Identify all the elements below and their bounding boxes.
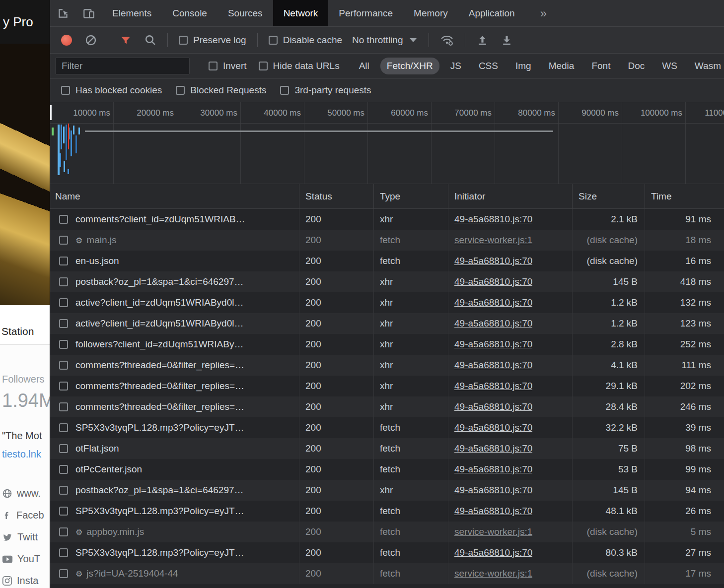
device-toolbar-icon[interactable] bbox=[76, 0, 102, 26]
invert-checkbox[interactable]: Invert bbox=[209, 61, 247, 71]
filter-type-css[interactable]: CSS bbox=[472, 58, 505, 74]
column-header-type[interactable]: Type bbox=[373, 184, 448, 208]
row-checkbox[interactable] bbox=[59, 548, 68, 557]
filter-input[interactable] bbox=[55, 58, 190, 74]
table-row[interactable]: postback?oz_pl=1&spa=1&ci=646297…200xhr4… bbox=[50, 480, 724, 501]
filter-type-font[interactable]: Font bbox=[585, 58, 617, 74]
import-har-icon[interactable] bbox=[470, 34, 495, 46]
export-har-icon[interactable] bbox=[495, 34, 519, 46]
row-checkbox[interactable] bbox=[59, 382, 68, 391]
table-row[interactable]: active?client_id=zdUqm51WRIAByd0l…200xhr… bbox=[50, 292, 724, 313]
initiator-link[interactable]: service-worker.js:1 bbox=[454, 235, 532, 246]
row-checkbox[interactable] bbox=[59, 298, 68, 307]
table-row[interactable]: postback?oz_pl=1&spa=1&ci=646297…200xhr4… bbox=[50, 271, 724, 292]
table-row[interactable]: SP5X3v3tyqPL.128.mp3?Policy=eyJT…200fetc… bbox=[50, 417, 724, 438]
initiator-link[interactable]: 49-a5a68810.js:70 bbox=[454, 464, 532, 475]
checkbox-box[interactable] bbox=[176, 86, 185, 95]
initiator-link[interactable]: service-worker.js:1 bbox=[454, 568, 532, 579]
initiator-link[interactable]: 49-a5a68810.js:70 bbox=[454, 339, 532, 350]
row-checkbox[interactable] bbox=[59, 402, 68, 411]
initiator-link[interactable]: 49-a5a68810.js:70 bbox=[454, 360, 532, 371]
row-checkbox[interactable] bbox=[59, 569, 68, 578]
table-row[interactable]: ⚙appboy.min.js200fetchservice-worker.js:… bbox=[50, 522, 724, 542]
blocked-requests-checkbox[interactable]: Blocked Requests bbox=[176, 85, 266, 96]
row-checkbox[interactable] bbox=[59, 486, 68, 495]
initiator-link[interactable]: 49-a5a68810.js:70 bbox=[454, 318, 532, 329]
external-link[interactable]: tiesto.lnk bbox=[2, 449, 50, 460]
checkbox-box[interactable] bbox=[259, 62, 268, 70]
table-row[interactable]: comments?threaded=0&filter_replies=…200x… bbox=[50, 376, 724, 396]
record-button[interactable] bbox=[61, 35, 72, 46]
tab-performance[interactable]: Performance bbox=[328, 0, 403, 26]
table-row[interactable]: followers?client_id=zdUqm51WRIABy…200xhr… bbox=[50, 334, 724, 355]
instagram-link[interactable]: Insta bbox=[2, 575, 50, 587]
table-row[interactable]: en-us.json200fetch49-a5a68810.js:70(disk… bbox=[50, 251, 724, 271]
throttling-select[interactable]: No throttling bbox=[352, 35, 417, 46]
disable-cache-checkbox[interactable]: Disable cache bbox=[269, 35, 342, 46]
checkbox-box[interactable] bbox=[61, 86, 70, 95]
has-blocked-cookies-checkbox[interactable]: Has blocked cookies bbox=[61, 85, 162, 96]
initiator-link[interactable]: 49-a5a68810.js:70 bbox=[454, 276, 532, 287]
tab-console[interactable]: Console bbox=[162, 0, 217, 26]
website-link[interactable]: www. bbox=[2, 488, 50, 499]
checkbox-box[interactable] bbox=[179, 36, 188, 45]
tab-application[interactable]: Application bbox=[458, 0, 525, 26]
table-row[interactable]: otFlat.json200fetch49-a5a68810.js:7075 B… bbox=[50, 438, 724, 459]
column-header-status[interactable]: Status bbox=[299, 184, 373, 208]
filter-type-media[interactable]: Media bbox=[542, 58, 581, 74]
preserve-log-checkbox[interactable]: Preserve log bbox=[179, 35, 246, 46]
initiator-link[interactable]: 49-a5a68810.js:70 bbox=[454, 297, 532, 308]
row-checkbox[interactable] bbox=[59, 277, 68, 286]
table-row[interactable]: otPcCenter.json200fetch49-a5a68810.js:70… bbox=[50, 459, 724, 480]
table-row[interactable]: comments?threaded=0&filter_replies=…200x… bbox=[50, 396, 724, 417]
column-header-time[interactable]: Time bbox=[645, 184, 724, 208]
initiator-link[interactable]: 49-a5a68810.js:70 bbox=[454, 443, 532, 454]
filter-type-doc[interactable]: Doc bbox=[621, 58, 651, 74]
row-checkbox[interactable] bbox=[59, 465, 68, 474]
row-checkbox[interactable] bbox=[59, 444, 68, 453]
column-header-size[interactable]: Size bbox=[572, 184, 645, 208]
row-checkbox[interactable] bbox=[59, 423, 68, 432]
initiator-link[interactable]: 49-a5a68810.js:70 bbox=[454, 401, 532, 412]
initiator-link[interactable]: 49-a5a68810.js:70 bbox=[454, 506, 532, 517]
table-row[interactable]: ⚙main.js200fetchservice-worker.js:1(disk… bbox=[50, 230, 724, 251]
row-checkbox[interactable] bbox=[59, 340, 68, 349]
network-overview[interactable]: 10000 ms 20000 ms 30000 ms 40000 ms 5000… bbox=[50, 102, 724, 184]
filter-type-js[interactable]: JS bbox=[444, 58, 468, 74]
filter-type-fetch-xhr[interactable]: Fetch/XHR bbox=[380, 58, 439, 74]
tab-elements[interactable]: Elements bbox=[102, 0, 162, 26]
filter-type-ws[interactable]: WS bbox=[655, 58, 684, 74]
column-header-name[interactable]: Name bbox=[50, 184, 299, 208]
checkbox-box[interactable] bbox=[269, 36, 278, 45]
row-checkbox[interactable] bbox=[59, 215, 68, 224]
row-checkbox[interactable] bbox=[59, 361, 68, 370]
table-row[interactable]: comments?threaded=0&filter_replies=…200x… bbox=[50, 355, 724, 376]
initiator-link[interactable]: service-worker.js:1 bbox=[454, 526, 532, 537]
third-party-requests-checkbox[interactable]: 3rd-party requests bbox=[280, 85, 371, 96]
row-checkbox[interactable] bbox=[59, 507, 68, 516]
row-checkbox[interactable] bbox=[59, 257, 68, 265]
checkbox-box[interactable] bbox=[280, 86, 289, 95]
station-label[interactable]: Station bbox=[0, 318, 50, 345]
youtube-link[interactable]: YouT bbox=[2, 553, 50, 565]
twitter-link[interactable]: Twitt bbox=[2, 531, 50, 543]
initiator-link[interactable]: 49-a5a68810.js:70 bbox=[454, 381, 532, 392]
network-conditions-icon[interactable] bbox=[434, 34, 460, 46]
hide-data-urls-checkbox[interactable]: Hide data URLs bbox=[259, 61, 340, 71]
filter-icon[interactable] bbox=[113, 34, 138, 46]
search-icon[interactable] bbox=[138, 34, 162, 46]
filter-type-all[interactable]: All bbox=[353, 58, 376, 74]
filter-type-wasm[interactable]: Wasm bbox=[688, 58, 724, 74]
table-row[interactable]: active?client_id=zdUqm51WRIAByd0l…200xhr… bbox=[50, 313, 724, 334]
facebook-link[interactable]: Faceb bbox=[2, 510, 50, 521]
timeline-drag-handle[interactable] bbox=[50, 105, 52, 120]
clear-icon[interactable] bbox=[79, 34, 103, 46]
row-checkbox[interactable] bbox=[59, 236, 68, 245]
column-header-initiator[interactable]: Initiator bbox=[448, 184, 572, 208]
more-tabs-icon[interactable]: » bbox=[531, 0, 556, 26]
initiator-link[interactable]: 49-a5a68810.js:70 bbox=[454, 256, 532, 266]
initiator-link[interactable]: 49-a5a68810.js:70 bbox=[454, 547, 532, 558]
tab-sources[interactable]: Sources bbox=[217, 0, 273, 26]
row-checkbox[interactable] bbox=[59, 527, 68, 536]
initiator-link[interactable]: 49-a5a68810.js:70 bbox=[454, 485, 532, 496]
